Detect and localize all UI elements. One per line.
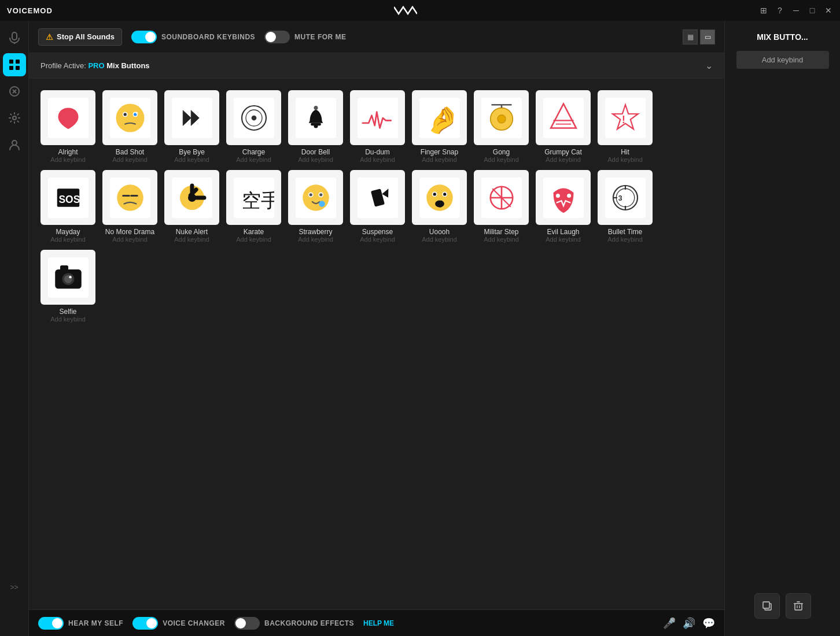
- sound-card-keybind[interactable]: Add keybind: [50, 156, 86, 163]
- background-effects-toggle[interactable]: [234, 617, 260, 630]
- sound-card-keybind[interactable]: Add keybind: [422, 156, 457, 163]
- svg-text:SOS: SOS: [58, 193, 80, 205]
- sound-card-grumpy-cat[interactable]: Grumpy CatAdd keybind: [536, 90, 591, 163]
- soundboard-keybinds-group: SOUNDBOARD KEYBINDS: [131, 31, 255, 43]
- chat-icon[interactable]: 💬: [702, 617, 715, 630]
- sound-card-keybind[interactable]: Add keybind: [607, 236, 643, 243]
- hear-myself-toggle[interactable]: [38, 617, 64, 630]
- bottombar: HEAR MY SELF VOICE CHANGER BACKGROUND EF…: [29, 609, 724, 636]
- sound-card-keybind[interactable]: Add keybind: [360, 236, 395, 243]
- sidebar-item-settings[interactable]: [3, 106, 26, 130]
- sidebar-expand-button[interactable]: >>: [3, 579, 26, 596]
- sound-card-keybind[interactable]: Add keybind: [236, 156, 271, 163]
- sound-card-keybind[interactable]: Add keybind: [484, 236, 519, 243]
- sound-card-suspense[interactable]: SuspenseAdd keybind: [350, 170, 405, 243]
- svg-text:🤌: 🤌: [426, 104, 459, 136]
- svg-point-8: [12, 140, 17, 145]
- help-icon[interactable]: ?: [775, 6, 784, 15]
- sidebar-item-soundboard[interactable]: [3, 53, 26, 76]
- grid-view-icon[interactable]: ▦: [683, 29, 698, 45]
- sound-card-bye-bye[interactable]: Bye ByeAdd keybind: [164, 90, 219, 163]
- app-body: >> ⚠ Stop All Sounds SOUNDBOARD KEYBINDS…: [0, 21, 840, 636]
- sound-card-hit[interactable]: !HitAdd keybind: [598, 90, 653, 163]
- sound-card-image: 空手: [226, 170, 281, 225]
- sound-card-mayday[interactable]: SOSMaydayAdd keybind: [40, 170, 95, 243]
- sound-card-keybind[interactable]: Add keybind: [360, 156, 395, 163]
- sound-card-keybind[interactable]: Add keybind: [298, 236, 333, 243]
- voice-changer-group: VOICE CHANGER: [132, 617, 225, 630]
- sound-card-alright[interactable]: AlrightAdd keybind: [40, 90, 95, 163]
- voice-changer-toggle[interactable]: [132, 617, 158, 630]
- svg-rect-5: [16, 66, 20, 70]
- delete-button[interactable]: [786, 593, 811, 619]
- sound-card-keybind[interactable]: Add keybind: [546, 156, 581, 163]
- sound-card-nuke-alert[interactable]: Nuke AlertAdd keybind: [164, 170, 219, 243]
- help-link[interactable]: HELP ME: [363, 619, 394, 627]
- sound-card-keybind[interactable]: Add keybind: [236, 236, 271, 243]
- sound-card-selfie[interactable]: SelfieAdd keybind: [40, 250, 95, 323]
- sound-card-image: [102, 170, 157, 225]
- sound-card-image: [412, 170, 467, 225]
- sound-card-image: SOS: [40, 170, 95, 225]
- sound-card-finger-snap[interactable]: 🤌Finger SnapAdd keybind: [412, 90, 467, 163]
- sound-card-name: Karate: [244, 228, 264, 236]
- minimize-icon[interactable]: ─: [791, 6, 801, 15]
- mic-status-icon[interactable]: 🎤: [663, 617, 676, 630]
- mute-for-me-toggle[interactable]: [264, 31, 290, 43]
- sound-card-keybind[interactable]: Add keybind: [112, 236, 148, 243]
- sound-card-uoooh[interactable]: UooohAdd keybind: [412, 170, 467, 243]
- sound-card-door-bell[interactable]: Door BellAdd keybind: [288, 90, 343, 163]
- soundboard-keybinds-toggle[interactable]: [131, 31, 157, 43]
- main-content: ⚠ Stop All Sounds SOUNDBOARD KEYBINDS MU…: [29, 21, 724, 636]
- sound-card-image: [40, 90, 95, 145]
- sidebar-item-microphone[interactable]: [3, 27, 26, 50]
- list-view-icon[interactable]: ▭: [700, 29, 715, 45]
- sound-card-image: [226, 90, 281, 145]
- maximize-icon[interactable]: □: [808, 6, 817, 15]
- svg-point-24: [314, 124, 318, 128]
- sound-card-keybind[interactable]: Add keybind: [298, 156, 333, 163]
- sound-card-keybind[interactable]: Add keybind: [607, 156, 643, 163]
- close-icon[interactable]: ✕: [824, 6, 833, 15]
- sound-card-no-more-drama[interactable]: No More DramaAdd keybind: [102, 170, 157, 243]
- stop-sounds-button[interactable]: ⚠ Stop All Sounds: [38, 28, 122, 46]
- right-panel-add-keybind-button[interactable]: Add keybind: [736, 51, 829, 69]
- sound-card-evil-laugh[interactable]: Evil LaughAdd keybind: [536, 170, 591, 243]
- sound-card-strawberry[interactable]: StrawberryAdd keybind: [288, 170, 343, 243]
- svg-point-53: [303, 184, 329, 211]
- sound-card-du-dum[interactable]: Du-dumAdd keybind: [350, 90, 405, 163]
- sound-card-keybind[interactable]: Add keybind: [422, 236, 457, 243]
- sound-card-name: Alright: [58, 148, 78, 156]
- sound-card-image: [164, 90, 219, 145]
- sound-card-karate[interactable]: 空手KarateAdd keybind: [226, 170, 281, 243]
- sound-card-bullet-time[interactable]: 3Bullet TimeAdd keybind: [598, 170, 653, 243]
- volume-icon[interactable]: 🔊: [683, 617, 695, 630]
- svg-point-74: [555, 194, 559, 198]
- sound-card-keybind[interactable]: Add keybind: [50, 236, 86, 243]
- sound-card-keybind[interactable]: Add keybind: [174, 156, 209, 163]
- grid-icon[interactable]: ⊞: [759, 6, 768, 15]
- sidebar-item-effects[interactable]: [3, 80, 26, 103]
- sound-card-name: No More Drama: [105, 228, 154, 236]
- sound-card-militar-step[interactable]: Militar StepAdd keybind: [474, 170, 529, 243]
- svg-rect-3: [16, 60, 20, 64]
- svg-rect-25: [314, 106, 318, 110]
- svg-point-31: [498, 114, 506, 123]
- sound-card-image: [536, 170, 591, 225]
- sound-card-bad-shot[interactable]: Bad ShotAdd keybind: [102, 90, 157, 163]
- sound-card-keybind[interactable]: Add keybind: [50, 316, 86, 323]
- sound-card-charge[interactable]: ChargeAdd keybind: [226, 90, 281, 163]
- sound-card-keybind[interactable]: Add keybind: [112, 156, 148, 163]
- sound-card-keybind[interactable]: Add keybind: [546, 236, 581, 243]
- svg-point-14: [123, 113, 126, 116]
- sound-card-gong[interactable]: GongAdd keybind: [474, 90, 529, 163]
- sound-card-keybind[interactable]: Add keybind: [174, 236, 209, 243]
- warning-icon: ⚠: [46, 32, 53, 42]
- sidebar-item-profile[interactable]: [3, 133, 26, 156]
- sound-card-image: 🤌: [412, 90, 467, 145]
- chevron-down-icon[interactable]: ⌄: [705, 60, 713, 71]
- sound-card-keybind[interactable]: Add keybind: [484, 156, 519, 163]
- svg-point-75: [567, 194, 571, 198]
- svg-point-66: [443, 193, 446, 195]
- copy-button[interactable]: [754, 593, 780, 619]
